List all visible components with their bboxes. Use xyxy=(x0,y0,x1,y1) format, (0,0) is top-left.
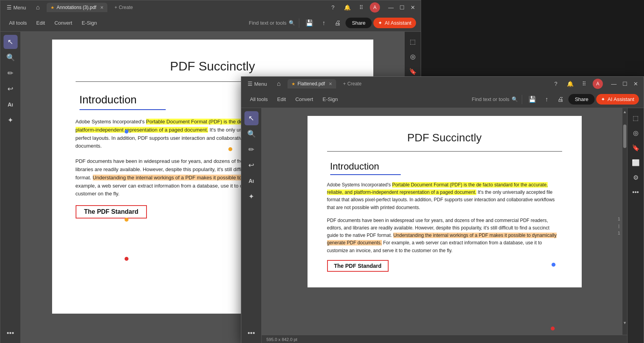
annotation-dot-red[interactable] xyxy=(125,257,128,261)
page-num-2: 1 xyxy=(618,231,620,235)
right-panel-2-icon-5[interactable]: ⚙ xyxy=(629,171,642,184)
close-button-2[interactable]: ✕ xyxy=(631,79,640,88)
close-button-1[interactable]: ✕ xyxy=(408,3,418,12)
search-bar-2[interactable]: Find text or tools 🔍 xyxy=(472,96,518,102)
sidebar-more-1[interactable]: ••• xyxy=(4,326,18,340)
window2-pdf-divider xyxy=(327,151,562,152)
upload-button-1[interactable]: ↑ xyxy=(317,17,330,29)
sidebar-stamp-tool[interactable]: ✦ xyxy=(4,113,18,127)
sidebar-2: ↖ 🔍 ✏ ↩ Aı ✦ ••• xyxy=(241,108,262,343)
home-button-2[interactable]: ⌂ xyxy=(273,78,284,89)
help-button-2[interactable]: ? xyxy=(550,78,561,89)
right-panel-2-icon-4[interactable]: ⬜ xyxy=(629,156,642,169)
annotation-dot-blue[interactable] xyxy=(125,130,128,134)
scroll-down-2[interactable]: ▼ xyxy=(622,319,627,326)
window-controls-2: — ☐ ✕ xyxy=(609,79,640,88)
right-panel-2-icon-2[interactable]: ◎ xyxy=(629,126,642,139)
star-icon-2: ★ xyxy=(291,81,295,87)
statusbar-2: 595.0 x 842.0 pt xyxy=(262,335,627,343)
search-label-1: Find text or tools xyxy=(249,20,286,26)
edit-button-1[interactable]: Edit xyxy=(33,18,49,28)
minimize-button-1[interactable]: — xyxy=(386,3,396,12)
annotation-dot-blue-2[interactable] xyxy=(552,263,555,267)
sidebar-more-2[interactable]: ••• xyxy=(244,326,259,340)
share-button-2[interactable]: Share xyxy=(568,94,595,105)
window2-main: ↖ 🔍 ✏ ↩ Aı ✦ ••• PDF Succinctly Introduc… xyxy=(241,108,644,343)
search-bar-1[interactable]: Find text or tools 🔍 xyxy=(249,20,295,26)
notifications-button-1[interactable]: 🔔 xyxy=(342,2,353,13)
page-num-sep: | xyxy=(619,224,620,228)
right-panel-2-icon-1[interactable]: ⬚ xyxy=(629,111,642,125)
right-panel-icon-1[interactable]: ⬚ xyxy=(406,35,420,48)
print-button-2[interactable]: 🖨 xyxy=(554,93,567,106)
scrollbar-thumb-2[interactable] xyxy=(623,125,626,148)
ai-button-2[interactable]: ✦ AI Assistant xyxy=(596,94,639,105)
sidebar-zoom-2[interactable]: 🔍 xyxy=(244,127,259,141)
create-tab-2[interactable]: + Create xyxy=(339,79,365,88)
print-button-1[interactable]: 🖨 xyxy=(331,17,344,29)
sidebar-undo-tool[interactable]: ↩ xyxy=(4,82,18,96)
tab-close-2[interactable]: × xyxy=(329,81,332,87)
edit-button-2[interactable]: Edit xyxy=(273,94,290,104)
sidebar-annotate-tool[interactable]: ✏ xyxy=(4,66,18,80)
right-panel-icon-2[interactable]: ◎ xyxy=(406,50,420,63)
esign-button-2[interactable]: E-Sign xyxy=(318,94,342,104)
right-panel-2: ⬚ ◎ 🔖 ⬜ ⚙ ••• xyxy=(627,108,644,343)
convert-button-2[interactable]: Convert xyxy=(291,94,317,104)
create-tab-1[interactable]: + Create xyxy=(110,3,137,12)
tab-flattened[interactable]: ★ Flattened.pdf × xyxy=(288,79,336,88)
sidebar-text-2[interactable]: Aı xyxy=(244,174,259,188)
home-button-1[interactable]: ⌂ xyxy=(33,2,43,13)
right-panel-2-more[interactable]: ••• xyxy=(629,186,642,199)
create-label-2: Create xyxy=(347,81,362,87)
ai-button-1[interactable]: ✦ AI Assistant xyxy=(373,18,416,28)
menu-label-2: Menu xyxy=(254,81,267,87)
right-panel-2-icon-3[interactable]: 🔖 xyxy=(629,141,642,154)
all-tools-2[interactable]: All tools xyxy=(246,94,272,104)
pdf-title-1: PDF Succinctly xyxy=(76,59,350,74)
convert-button-1[interactable]: Convert xyxy=(51,18,76,28)
annotation-dot-red-2[interactable] xyxy=(551,327,555,330)
sidebar-text-tool[interactable]: Aı xyxy=(4,97,18,112)
minimize-button-2[interactable]: — xyxy=(609,79,619,88)
search-icon-1: 🔍 xyxy=(289,20,295,26)
sidebar-stamp-2[interactable]: ✦ xyxy=(244,190,259,204)
annotation-dot-orange[interactable] xyxy=(228,147,232,151)
sidebar-annotate-2[interactable]: ✏ xyxy=(244,143,259,157)
esign-button-1[interactable]: E-Sign xyxy=(78,18,101,28)
menu-button-2[interactable]: ☰ Menu xyxy=(244,79,270,88)
sidebar-undo-2[interactable]: ↩ xyxy=(244,158,259,172)
sidebar-zoom-tool[interactable]: 🔍 xyxy=(4,51,18,65)
scrollbar-track-2[interactable]: ▲ ▼ xyxy=(622,108,627,335)
save-button-2[interactable]: 💾 xyxy=(526,93,539,106)
annotation-dot-orange2[interactable] xyxy=(125,218,128,222)
avatar-button-1[interactable]: A xyxy=(370,2,380,13)
toolbar-divider-2 xyxy=(522,95,522,104)
right-panel-icon-3[interactable]: 🔖 xyxy=(406,65,420,78)
page-numbers-2: 1 | 1 xyxy=(618,217,620,235)
sidebar-1: ↖ 🔍 ✏ ↩ Aı ✦ ••• xyxy=(0,32,21,343)
maximize-button-1[interactable]: ☐ xyxy=(397,3,407,12)
help-button-1[interactable]: ? xyxy=(327,2,338,13)
maximize-button-2[interactable]: ☐ xyxy=(620,79,630,88)
apps-button-1[interactable]: ⠿ xyxy=(356,2,367,13)
page-num-1: 1 xyxy=(618,217,620,221)
hamburger-icon-2: ☰ xyxy=(248,81,253,87)
share-button-1[interactable]: Share xyxy=(346,18,372,28)
create-icon-1: + xyxy=(114,5,117,10)
apps-button-2[interactable]: ⠿ xyxy=(579,78,590,89)
tab-close-1[interactable]: × xyxy=(100,4,103,11)
all-tools-1[interactable]: All tools xyxy=(5,18,31,28)
avatar-button-2[interactable]: A xyxy=(593,79,603,89)
titlebar-actions-1: ? 🔔 ⠿ A xyxy=(327,2,380,13)
save-button-1[interactable]: 💾 xyxy=(303,17,316,29)
window2-pdf-content: PDF Succinctly Introduction Adobe System… xyxy=(262,108,627,343)
sidebar-select-2[interactable]: ↖ xyxy=(244,111,259,125)
upload-button-2[interactable]: ↑ xyxy=(540,93,553,106)
notifications-button-2[interactable]: 🔔 xyxy=(564,78,575,89)
scroll-up-2[interactable]: ▲ xyxy=(622,108,627,115)
window2-highlight-1: Portable Document Format (PDF) is the de… xyxy=(327,182,548,195)
tab-annotations[interactable]: ★ Annotations (3).pdf × xyxy=(47,3,108,12)
sidebar-select-tool[interactable]: ↖ xyxy=(4,35,18,49)
menu-button-1[interactable]: ☰ Menu xyxy=(4,3,29,12)
